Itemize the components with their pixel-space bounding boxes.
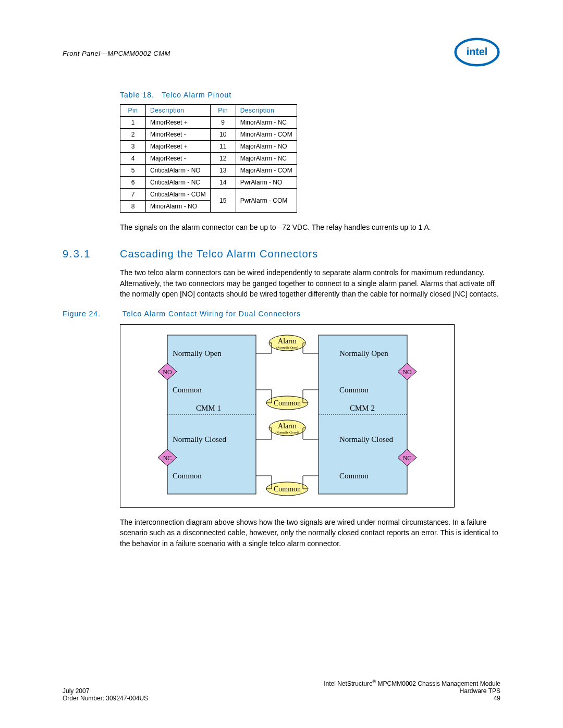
svg-text:NO: NO <box>163 368 172 376</box>
th-desc: Description <box>236 105 297 117</box>
svg-text:Common: Common <box>339 472 369 480</box>
pinout-table: Pin Description Pin Description 1 MinorR… <box>120 104 297 213</box>
table-row: 4 MajorReset - 12 MajorAlarm - NC <box>120 153 297 165</box>
svg-text:Common: Common <box>173 386 202 394</box>
intel-logo: intel <box>454 36 500 70</box>
table-row: 2 MinorReset - 10 MinorAlarm - COM <box>120 129 297 141</box>
section-title: Cascading the Telco Alarm Connectors <box>120 248 318 260</box>
footer-doc: Hardware TPS <box>324 687 500 695</box>
svg-text:Normally Open: Normally Open <box>173 349 222 357</box>
svg-text:NC: NC <box>163 454 172 462</box>
svg-text:intel: intel <box>467 46 488 57</box>
figure-caption: Figure 24. Telco Alarm Contact Wiring fo… <box>63 310 500 318</box>
paragraph: The interconnection diagram above shows … <box>120 517 500 549</box>
footer-page: 49 <box>324 695 500 702</box>
footer-date: July 2007 <box>63 687 148 695</box>
footer-order: Order Number: 309247-004US <box>63 695 148 702</box>
svg-text:Normally Closed: Normally Closed <box>339 435 393 443</box>
svg-text:Common: Common <box>339 386 369 394</box>
figure-label: Figure 24. <box>63 310 120 318</box>
table-label: Table 18. <box>120 91 154 99</box>
footer-product: Intel NetStructure® MPCMM0002 Chassis Ma… <box>324 679 500 687</box>
table-title: Telco Alarm Pinout <box>162 91 231 99</box>
page-header: Front Panel—MPCMM0002 CMM intel <box>63 36 500 70</box>
paragraph: The signals on the alarm connector can b… <box>120 222 500 232</box>
table-row: 6 CriticalAlarm - NC 14 PwrAlarm - NO <box>120 177 297 189</box>
header-breadcrumb: Front Panel—MPCMM0002 CMM <box>63 50 170 57</box>
svg-text:Common: Common <box>274 485 301 493</box>
svg-text:Common: Common <box>173 472 202 480</box>
section-number: 9.3.1 <box>63 248 120 260</box>
th-desc: Description <box>146 105 211 117</box>
svg-text:CMM 2: CMM 2 <box>350 404 375 412</box>
svg-text:Alarm: Alarm <box>278 422 297 430</box>
section-heading: 9.3.1 Cascading the Telco Alarm Connecto… <box>63 248 500 260</box>
table-row: 7 CriticalAlarm - COM 15 PwrAlarm - COM <box>120 189 297 201</box>
wiring-diagram: Normally Open Common CMM 1 Normally Clos… <box>120 324 455 508</box>
svg-text:(Normally Open): (Normally Open) <box>276 346 298 350</box>
svg-text:Alarm: Alarm <box>278 337 297 345</box>
th-pin: Pin <box>210 105 236 117</box>
svg-text:CMM 1: CMM 1 <box>196 404 221 412</box>
svg-text:NO: NO <box>402 368 412 376</box>
svg-text:NC: NC <box>403 454 412 462</box>
th-pin: Pin <box>120 105 146 117</box>
figure-title: Telco Alarm Contact Wiring for Dual Conn… <box>123 310 301 318</box>
paragraph: The two telco alarm connectors can be wi… <box>120 267 500 299</box>
svg-text:Normally Open: Normally Open <box>339 349 388 357</box>
table-row: 3 MajorReset + 11 MajorAlarm - NO <box>120 141 297 153</box>
svg-text:Normally Closed: Normally Closed <box>173 435 226 443</box>
table-caption: Table 18. Telco Alarm Pinout <box>120 91 500 99</box>
svg-text:(Normally Closed): (Normally Closed) <box>275 431 299 435</box>
svg-text:Common: Common <box>274 399 301 407</box>
table-row: 1 MinorReset + 9 MinorAlarm - NC <box>120 117 297 129</box>
table-row: 5 CriticalAlarm - NO 13 MajorAlarm - COM <box>120 165 297 177</box>
